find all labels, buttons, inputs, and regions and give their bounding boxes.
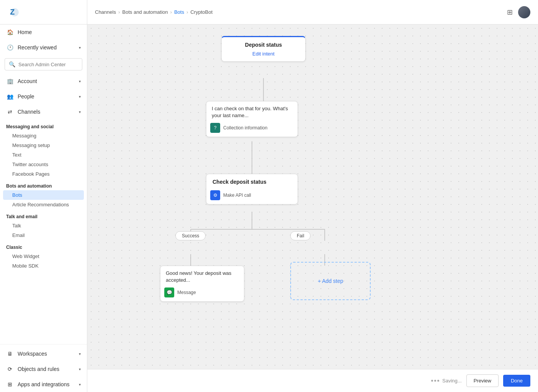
building-icon: 🏢 bbox=[6, 77, 14, 85]
preview-button[interactable]: Preview bbox=[466, 374, 499, 387]
sidebar-item-facebook[interactable]: Facebook Pages bbox=[0, 169, 87, 179]
sidebar-item-recently-viewed[interactable]: 🕐 Recently viewed ▾ bbox=[0, 40, 87, 55]
topbar: Channels › Bots and automation › Bots › … bbox=[87, 0, 538, 24]
sidebar-item-messaging-setup[interactable]: Messaging setup bbox=[0, 140, 87, 150]
breadcrumb-bots[interactable]: Bots bbox=[174, 9, 184, 15]
chevron-down-icon: ▾ bbox=[79, 367, 81, 371]
search-admin-center[interactable]: 🔍 bbox=[5, 58, 82, 70]
chevron-down-icon: ▾ bbox=[79, 79, 81, 83]
sidebar-item-objects-rules[interactable]: ⟳ Objects and rules ▾ bbox=[0, 361, 87, 377]
chevron-down-icon: ▾ bbox=[79, 352, 81, 356]
sidebar-item-home[interactable]: 🏠 Home bbox=[0, 24, 87, 40]
pill-success: Success bbox=[175, 231, 206, 240]
breadcrumb-sep-3: › bbox=[186, 9, 188, 15]
breadcrumb-bots-automation[interactable]: Bots and automation bbox=[122, 9, 168, 15]
api-call-tag: ⚙ Make API call bbox=[206, 188, 298, 204]
sidebar: Z 🏠 Home 🕐 Recently viewed ▾ 🔍 🏢 Account… bbox=[0, 0, 87, 392]
logo: Z bbox=[0, 0, 87, 24]
node-add-step[interactable]: + Add step bbox=[290, 262, 371, 300]
clock-icon: 🕐 bbox=[6, 44, 14, 51]
section-messaging-social: Messaging and social bbox=[0, 119, 87, 131]
sidebar-item-workspaces[interactable]: 🖥 Workspaces ▾ bbox=[0, 346, 87, 361]
check-deposit-title: Check deposit status bbox=[206, 174, 298, 188]
breadcrumb-channels[interactable]: Channels bbox=[95, 9, 116, 15]
flow-container: Deposit status Edit intent I can check o… bbox=[87, 24, 470, 369]
home-icon: 🏠 bbox=[6, 28, 14, 36]
saving-text: Saving... bbox=[442, 378, 462, 384]
sidebar-item-talk[interactable]: Talk bbox=[0, 221, 87, 230]
dot-2 bbox=[434, 380, 436, 382]
bot-flow-canvas[interactable]: Deposit status Edit intent I can check o… bbox=[87, 24, 538, 369]
node-message: Good news! Your deposit was accepted... … bbox=[160, 266, 244, 302]
workspaces-icon: 🖥 bbox=[6, 350, 14, 358]
sidebar-item-channels[interactable]: ⇄ Channels ▾ bbox=[0, 104, 87, 119]
breadcrumb: Channels › Bots and automation › Bots › … bbox=[95, 9, 213, 15]
collection-tag: ? Collection information bbox=[206, 121, 298, 137]
question-icon: ? bbox=[210, 123, 220, 133]
sidebar-item-account[interactable]: 🏢 Account ▾ bbox=[0, 74, 87, 89]
people-icon: 👥 bbox=[6, 93, 14, 100]
dot-spinner bbox=[431, 380, 439, 382]
message-tag: 💬 Message bbox=[160, 285, 244, 301]
gear-icon: ⚙ bbox=[210, 190, 220, 200]
sidebar-item-people[interactable]: 👥 People ▾ bbox=[0, 89, 87, 104]
node-check-deposit: Check deposit status ⚙ Make API call bbox=[206, 174, 298, 204]
pill-fail: Fail bbox=[290, 231, 311, 240]
avatar[interactable] bbox=[518, 6, 530, 18]
section-bots-automation: Bots and automation bbox=[0, 179, 87, 190]
section-talk-email: Talk and email bbox=[0, 209, 87, 221]
apps-icon: ⊞ bbox=[6, 381, 14, 388]
sidebar-item-mobile-sdk[interactable]: Mobile SDK bbox=[0, 261, 87, 271]
sidebar-item-article-recommendations[interactable]: Article Recommendations bbox=[0, 200, 87, 209]
sidebar-item-apps-integrations[interactable]: ⊞ Apps and integrations ▾ bbox=[0, 377, 87, 392]
edit-intent-link[interactable]: Edit intent bbox=[222, 51, 305, 61]
breadcrumb-cryptobot: CryptoBot bbox=[190, 9, 213, 15]
channels-icon: ⇄ bbox=[6, 108, 14, 116]
chevron-down-icon: ▾ bbox=[79, 46, 81, 50]
add-step-label: + Add step bbox=[318, 278, 343, 284]
chevron-down-icon: ▾ bbox=[79, 110, 81, 114]
done-button[interactable]: Done bbox=[503, 375, 530, 387]
grid-icon[interactable]: ⊞ bbox=[507, 8, 513, 16]
collection-body: I can check on that for you. What's your… bbox=[206, 101, 298, 121]
saving-indicator: Saving... bbox=[431, 378, 462, 384]
svg-text:Z: Z bbox=[10, 8, 15, 16]
sidebar-item-text[interactable]: Text bbox=[0, 150, 87, 160]
sidebar-item-bots[interactable]: Bots bbox=[3, 190, 84, 200]
search-icon: 🔍 bbox=[9, 61, 15, 67]
breadcrumb-sep-2: › bbox=[170, 9, 172, 15]
deposit-status-title: Deposit status bbox=[222, 37, 305, 51]
sidebar-item-email[interactable]: Email bbox=[0, 230, 87, 240]
bottombar: Saving... Preview Done bbox=[87, 369, 538, 392]
node-collection-info: I can check on that for you. What's your… bbox=[206, 101, 298, 137]
message-icon: 💬 bbox=[164, 287, 174, 297]
node-deposit-status: Deposit status Edit intent bbox=[221, 36, 306, 62]
breadcrumb-sep-1: › bbox=[118, 9, 120, 15]
sidebar-item-twitter[interactable]: Twitter accounts bbox=[0, 160, 87, 169]
sidebar-item-web-widget[interactable]: Web Widget bbox=[0, 252, 87, 261]
dot-3 bbox=[437, 380, 439, 382]
objects-icon: ⟳ bbox=[6, 365, 14, 373]
main-content: Channels › Bots and automation › Bots › … bbox=[87, 0, 538, 392]
section-classic: Classic bbox=[0, 240, 87, 252]
zendesk-logo-icon: Z bbox=[8, 5, 21, 19]
dot-1 bbox=[431, 380, 433, 382]
search-input[interactable] bbox=[18, 62, 78, 67]
chevron-down-icon: ▾ bbox=[79, 382, 81, 387]
topbar-right: ⊞ bbox=[507, 6, 530, 18]
message-body: Good news! Your deposit was accepted... bbox=[160, 266, 244, 285]
sidebar-item-messaging[interactable]: Messaging bbox=[0, 131, 87, 140]
chevron-down-icon: ▾ bbox=[79, 95, 81, 99]
